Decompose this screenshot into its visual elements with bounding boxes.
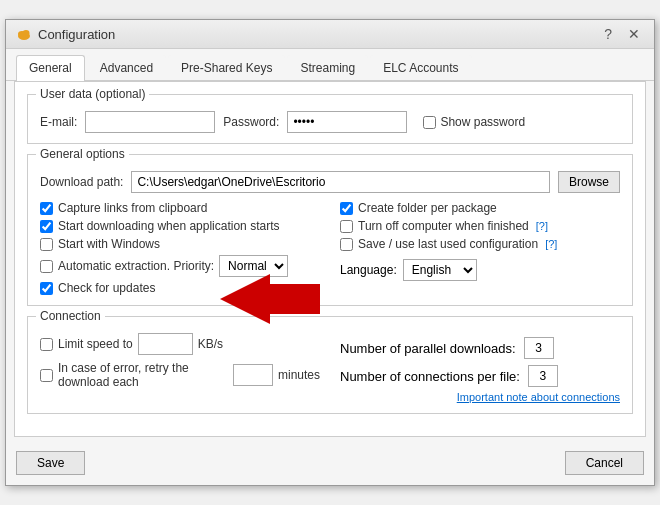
retry-unit: minutes (278, 368, 320, 382)
tab-bar: General Advanced Pre-Shared Keys Streami… (6, 49, 654, 81)
retry-label: In case of error, retry the download eac… (58, 361, 228, 389)
user-data-form: E-mail: Password: Show password (40, 111, 620, 133)
save-config-label: Save / use last used configuration (358, 237, 538, 251)
start-downloading-label: Start downloading when application start… (58, 219, 279, 233)
show-password-row: Show password (423, 115, 525, 129)
tab-elc-accounts[interactable]: ELC Accounts (370, 55, 471, 80)
create-folder-checkbox[interactable] (340, 202, 353, 215)
connection-grid: Limit speed to KB/s In case of error, re… (40, 329, 620, 403)
turn-off-computer-label: Turn off computer when finished (358, 219, 529, 233)
general-options-label: General options (36, 147, 129, 161)
main-content: User data (optional) E-mail: Password: S… (14, 81, 646, 437)
tab-pre-shared-keys[interactable]: Pre-Shared Keys (168, 55, 285, 80)
capture-links-checkbox[interactable] (40, 202, 53, 215)
save-config-row: Save / use last used configuration [?] (340, 237, 620, 251)
title-bar: Configuration ? ✕ (6, 20, 654, 49)
limit-speed-unit: KB/s (198, 337, 223, 351)
help-button[interactable]: ? (600, 26, 616, 42)
tab-streaming[interactable]: Streaming (287, 55, 368, 80)
parallel-downloads-input[interactable] (524, 337, 554, 359)
tab-general[interactable]: General (16, 55, 85, 81)
show-password-label[interactable]: Show password (440, 115, 525, 129)
limit-speed-checkbox[interactable] (40, 338, 53, 351)
connections-per-file-row: Number of connections per file: (340, 365, 620, 387)
limit-speed-input[interactable] (138, 333, 193, 355)
configuration-window: Configuration ? ✕ General Advanced Pre-S… (5, 19, 655, 486)
title-bar-controls: ? ✕ (600, 26, 644, 42)
password-input[interactable] (287, 111, 407, 133)
retry-row: In case of error, retry the download eac… (40, 361, 320, 389)
save-button[interactable]: Save (16, 451, 85, 475)
limit-speed-label: Limit speed to (58, 337, 133, 351)
start-with-windows-row: Start with Windows (40, 237, 320, 251)
password-label: Password: (223, 115, 279, 129)
save-config-checkbox[interactable] (340, 238, 353, 251)
footer: Save Cancel (6, 445, 654, 485)
capture-links-row: Capture links from clipboard (40, 201, 320, 215)
auto-extraction-label: Automatic extraction. Priority: (58, 259, 214, 273)
email-label: E-mail: (40, 115, 77, 129)
language-row: Language: English Spanish French (340, 259, 620, 281)
important-note-link[interactable]: Important note about connections (340, 391, 620, 403)
connection-section: Connection Limit speed to KB/s In case o… (27, 316, 633, 414)
create-folder-row: Create folder per package (340, 201, 620, 215)
start-with-windows-label: Start with Windows (58, 237, 160, 251)
browse-button[interactable]: Browse (558, 171, 620, 193)
turn-off-computer-row: Turn off computer when finished [?] (340, 219, 620, 233)
cancel-button[interactable]: Cancel (565, 451, 644, 475)
email-input[interactable] (85, 111, 215, 133)
turn-off-help-icon[interactable]: [?] (536, 220, 548, 232)
svg-point-4 (23, 30, 30, 36)
download-path-label: Download path: (40, 175, 123, 189)
connection-label: Connection (36, 309, 105, 323)
retry-input[interactable] (233, 364, 273, 386)
download-path-row: Download path: Browse (40, 171, 620, 193)
svg-marker-1 (220, 274, 320, 324)
close-button[interactable]: ✕ (624, 26, 644, 42)
parallel-downloads-row: Number of parallel downloads: (340, 337, 620, 359)
window-title: Configuration (38, 27, 115, 42)
user-data-section: User data (optional) E-mail: Password: S… (27, 94, 633, 144)
check-updates-checkbox[interactable] (40, 282, 53, 295)
tab-advanced[interactable]: Advanced (87, 55, 166, 80)
retry-checkbox[interactable] (40, 369, 53, 382)
general-options-section: General options Download path: Browse Ca… (27, 154, 633, 306)
connections-per-file-input[interactable] (528, 365, 558, 387)
limit-speed-row: Limit speed to KB/s (40, 333, 320, 355)
show-password-checkbox[interactable] (423, 116, 436, 129)
auto-extraction-checkbox[interactable] (40, 260, 53, 273)
check-updates-label: Check for updates (58, 281, 155, 295)
turn-off-computer-checkbox[interactable] (340, 220, 353, 233)
options-grid: Capture links from clipboard Start downl… (40, 201, 620, 295)
save-config-help-icon[interactable]: [?] (545, 238, 557, 250)
parallel-downloads-label: Number of parallel downloads: (340, 341, 516, 356)
start-downloading-row: Start downloading when application start… (40, 219, 320, 233)
language-label: Language: (340, 263, 397, 277)
capture-links-label: Capture links from clipboard (58, 201, 207, 215)
create-folder-label: Create folder per package (358, 201, 497, 215)
start-downloading-checkbox[interactable] (40, 220, 53, 233)
cloud-icon (16, 26, 32, 42)
connections-per-file-label: Number of connections per file: (340, 369, 520, 384)
user-data-label: User data (optional) (36, 87, 149, 101)
language-select[interactable]: English Spanish French (403, 259, 477, 281)
start-with-windows-checkbox[interactable] (40, 238, 53, 251)
download-path-input[interactable] (131, 171, 550, 193)
